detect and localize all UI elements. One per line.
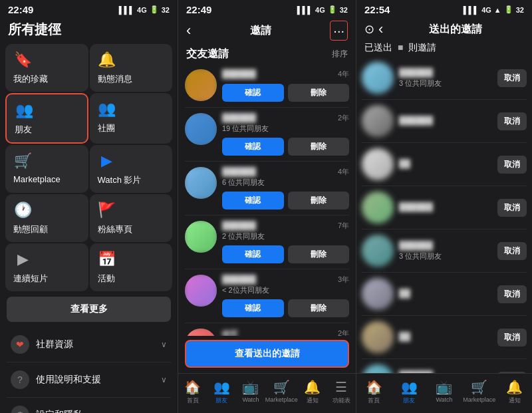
confirm-button-1[interactable]: 確認	[222, 84, 284, 102]
bottom-nav-2: 🏠首頁👥朋友📺Watch🛒Marketplace🔔通知☰功能表	[178, 373, 356, 413]
nav-item-menu[interactable]: ☰功能表	[327, 379, 356, 405]
view-sent-button[interactable]: 查看送出的邀請	[185, 340, 349, 368]
sent-count-row: 已送出 ■ 則邀請	[356, 41, 532, 57]
sent-item-4: ██████取消	[362, 186, 527, 229]
delete-button-2[interactable]: 刪除	[288, 138, 350, 156]
confirm-button-3[interactable]: 確認	[222, 192, 284, 209]
sort-button[interactable]: 排序	[332, 49, 348, 60]
menu-item-marketplace[interactable]: 🛒Marketplace	[5, 145, 88, 193]
signal-bars-3: ▌▌▌	[464, 6, 479, 14]
section-item-settings[interactable]: ⚙設定和隱私∨	[7, 398, 171, 413]
delete-button-3[interactable]: 刪除	[288, 192, 350, 209]
nav-icon-home: 🏠	[184, 379, 201, 395]
menu-item-events[interactable]: 📅活動	[90, 243, 173, 291]
sent-panel-title: 送出的邀請	[387, 23, 524, 37]
invite-actions-2: 確認刪除	[222, 138, 349, 156]
sent-info-2: ██████	[399, 116, 492, 126]
nav-item-home[interactable]: 🏠首頁	[356, 379, 392, 405]
nav-item-friends[interactable]: 👥朋友	[392, 379, 427, 405]
delete-button-5[interactable]: 刪除	[288, 299, 350, 317]
nav-item-friends[interactable]: 👥朋友	[207, 379, 237, 405]
menu-item-icon-activity: 🔔	[98, 51, 116, 69]
nav-item-watch[interactable]: 📺Watch	[427, 379, 462, 405]
sent-panel: 22:54 ▌▌▌ 4G ▲ 🔋 32 ⊙ ‹ 送出的邀請 已送出 ■ 則邀請 …	[356, 0, 532, 413]
menu-item-icon-pages: 🚩	[98, 201, 116, 219]
menu-item-icon-reels: ▶	[13, 250, 32, 269]
bottom-nav-3: 🏠首頁👥朋友📺Watch🛒Marketplace🔔通知	[356, 373, 532, 413]
nav-item-watch[interactable]: 📺Watch	[236, 379, 265, 405]
delete-button-1[interactable]: 刪除	[288, 84, 350, 102]
nav-item-home[interactable]: 🏠首頁	[178, 379, 207, 405]
sent-count-prefix: 已送出	[364, 42, 392, 53]
section-chevron-help: ∨	[161, 375, 167, 384]
section-icon-community: ❤	[11, 335, 29, 354]
section-chevron-community: ∨	[161, 340, 167, 349]
battery-pct-2: 32	[340, 6, 348, 14]
cancel-button-2[interactable]: 取消	[497, 112, 527, 130]
section-item-community[interactable]: ❤社群資源∨	[7, 327, 171, 362]
invite-meta-4: 2 位共同朋友	[222, 231, 349, 241]
sent-info-4: ██████	[399, 202, 492, 213]
battery-pct-1: 32	[162, 6, 170, 14]
menu-item-icon-watch: ▶	[98, 152, 116, 170]
menu-panel: 22:49 ▌▌▌ 4G 🔋 32 所有捷徑 🔖我的珍藏🔔動態消息👥朋友👥社團🛒…	[0, 0, 178, 413]
menu-title: 所有捷徑	[0, 18, 178, 44]
menu-item-watch[interactable]: ▶Watch 影片	[90, 145, 173, 193]
sent-avatar-6	[362, 278, 394, 310]
cancel-button-6[interactable]: 取消	[497, 285, 527, 303]
back-button-3[interactable]: ‹	[378, 21, 383, 38]
nav-item-notifications[interactable]: 🔔通知	[298, 379, 327, 405]
invite-name-4: ██████	[222, 221, 256, 230]
menu-item-activity[interactable]: 🔔動態消息	[90, 44, 173, 92]
status-icons-2: ▌▌▌ 4G 🔋 32	[297, 5, 348, 14]
sent-avatar-4	[362, 192, 394, 223]
invite-item-5: ██████3年< 2位共同朋友確認刪除	[185, 269, 349, 323]
cancel-button-4[interactable]: 取消	[497, 199, 527, 217]
menu-item-friends[interactable]: 👥朋友	[5, 93, 88, 144]
menu-item-pages[interactable]: 🚩粉絲專頁	[90, 194, 173, 242]
sent-name-7: ██	[399, 332, 492, 341]
sent-avatar-5	[362, 235, 394, 267]
confirm-button-5[interactable]: 確認	[222, 299, 284, 317]
nav-icon-home: 🏠	[366, 379, 382, 395]
menu-item-reels[interactable]: ▶連續短片	[5, 243, 88, 291]
menu-item-groups[interactable]: 👥社團	[90, 93, 173, 144]
confirm-button-2[interactable]: 確認	[222, 138, 284, 156]
nav-icon-watch: 📺	[242, 379, 259, 395]
section-item-help[interactable]: ?使用說明和支援∨	[7, 362, 171, 398]
delete-button-4[interactable]: 刪除	[288, 245, 350, 263]
nav-item-marketplace[interactable]: 🛒Marketplace	[462, 379, 497, 405]
sent-meta-1: 3 位共同朋友	[399, 78, 492, 88]
search-icon-btn[interactable]: ⊙	[364, 22, 374, 37]
menu-item-memories[interactable]: 🕐動態回顧	[5, 194, 88, 242]
invite-name-2: ██████	[222, 113, 256, 122]
menu-item-bookmarks[interactable]: 🔖我的珍藏	[5, 44, 88, 92]
nav-item-marketplace[interactable]: 🛒Marketplace	[265, 379, 298, 405]
invite-info-5: ██████3年< 2位共同朋友確認刪除	[222, 275, 349, 317]
invite-header-nav: ‹ 邀請 ···	[178, 18, 356, 46]
more-options-button[interactable]: ···	[330, 21, 348, 41]
cancel-button-1[interactable]: 取消	[497, 69, 527, 87]
location-icon: ▲	[494, 6, 501, 14]
cancel-button-3[interactable]: 取消	[497, 156, 527, 174]
menu-item-label-watch: Watch 影片	[98, 174, 165, 186]
cancel-button-7[interactable]: 取消	[497, 329, 527, 346]
menu-grid: 🔖我的珍藏🔔動態消息👥朋友👥社團🛒Marketplace▶Watch 影片🕐動態…	[0, 44, 178, 291]
section-chevron-settings: ∨	[161, 410, 167, 413]
sent-item-7: ██取消	[362, 316, 527, 359]
nav-item-notifications[interactable]: 🔔通知	[497, 379, 532, 405]
back-button-2[interactable]: ‹	[186, 22, 191, 39]
menu-item-icon-memories: 🕐	[13, 201, 32, 219]
sent-name-1: ██████	[399, 68, 492, 77]
invite-years-6: 2年	[338, 329, 349, 336]
nav-icon-friends: 👥	[401, 379, 418, 395]
menu-item-label-memories: 動態回顧	[13, 223, 80, 235]
time-2: 22:49	[186, 4, 211, 15]
invite-item-3: ██████4年6 位共同朋友確認刪除	[185, 162, 349, 215]
confirm-button-4[interactable]: 確認	[222, 245, 284, 263]
invite-name-5: ██████	[222, 275, 256, 284]
time-1: 22:49	[8, 4, 33, 15]
see-more-button[interactable]: 查看更多	[7, 297, 171, 322]
cancel-button-5[interactable]: 取消	[497, 242, 527, 260]
sent-item-2: ██████取消	[362, 100, 527, 143]
